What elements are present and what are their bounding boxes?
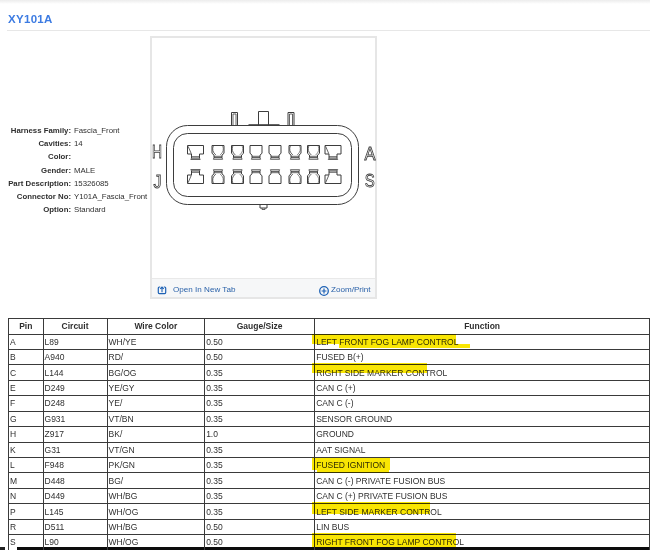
svg-text:J: J	[154, 172, 162, 192]
svg-text:S: S	[365, 171, 375, 191]
svg-text:H: H	[152, 142, 162, 162]
svg-text:A: A	[365, 144, 376, 164]
